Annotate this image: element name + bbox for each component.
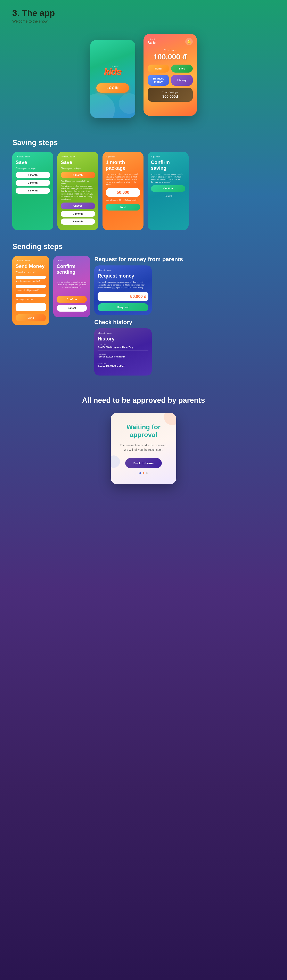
- save-title-2: Save: [61, 159, 95, 165]
- history-date-2: 03/10/2019: [97, 353, 148, 355]
- account-input[interactable]: [16, 285, 46, 288]
- save-amount-display: 50.000: [106, 188, 140, 197]
- send-money-button[interactable]: Send: [16, 314, 46, 321]
- saving-steps-section: Saving steps < back to home Save Choose …: [0, 130, 287, 238]
- sending-steps-heading: Sending steps: [12, 242, 275, 251]
- send-back-link[interactable]: < back to home: [16, 259, 46, 262]
- bell-icon[interactable]: 🔔: [185, 38, 193, 45]
- save-subtitle-2: Choose your package: [61, 167, 95, 170]
- request-section: Request for money from parents < back to…: [94, 256, 275, 315]
- approval-desc: The transaction need to be reviewed. We …: [119, 443, 168, 452]
- confirm-save-button[interactable]: Confirm: [151, 185, 185, 192]
- saving-steps-heading: Saving steps: [12, 138, 275, 147]
- history-button[interactable]: History: [171, 75, 193, 86]
- save-description-4: You are saving 50.000d for one month! In…: [151, 173, 185, 183]
- dot-1: [139, 472, 141, 474]
- sending-steps-section: Sending steps < back to home Send Money …: [0, 238, 287, 384]
- message-label: Message to sender:: [16, 298, 46, 301]
- save-card-1: < back to home Save Choose your package …: [12, 152, 53, 230]
- receive-text: You will receive 50.000đ after a month.: [106, 199, 140, 202]
- request-section-title: Request for money from parents: [94, 256, 275, 263]
- savings-amount: 300.000đ: [150, 94, 190, 99]
- logo-kids-label: kids: [104, 67, 121, 77]
- hero-area: bank kids LOGIN bank kids 🔔 You have 100…: [0, 28, 287, 130]
- account-label: And their account number?: [16, 280, 46, 282]
- package-option-6m[interactable]: 6 month: [16, 188, 50, 194]
- login-button[interactable]: LOGIN: [96, 83, 129, 93]
- balance-amount: 100.000 đ: [148, 52, 193, 61]
- history-entry-2: 03/10/2019 Receive 50.000đ from Mama: [97, 353, 148, 360]
- page-title: 3. The app: [12, 8, 275, 18]
- back-link-1[interactable]: < back to home: [16, 156, 50, 158]
- request-button[interactable]: Request: [97, 303, 148, 311]
- save-title-4: Confirm saving: [151, 159, 185, 171]
- next-button[interactable]: Next: [106, 204, 140, 210]
- approval-title: All need to be approved by parents: [12, 396, 275, 405]
- confirm-send-button[interactable]: Confirm: [57, 296, 87, 303]
- history-card: < back to home History 01/10/2019 Send 5…: [94, 328, 152, 375]
- request-money-button[interactable]: Request money: [148, 75, 169, 86]
- request-card: < back to home Request money How much yo…: [94, 266, 152, 315]
- history-text-1: Send 50.000đ to Nguyen Thanh Tung: [97, 346, 148, 348]
- confirm-send-desc: You are sending 50.000đ to Nguyen Thanh …: [57, 281, 87, 289]
- who-input[interactable]: [16, 276, 46, 279]
- message-input[interactable]: [16, 303, 46, 311]
- dots-decoration: [119, 472, 168, 474]
- request-amount: 50.000 đ: [97, 292, 148, 301]
- back-home-button[interactable]: Back to home: [125, 458, 162, 468]
- right-column: Request for money from parents < back to…: [94, 256, 275, 375]
- amount-label: How much will you send?: [16, 289, 46, 291]
- page-header: 3. The app Welcome to the show: [0, 0, 287, 28]
- save-description-3: How many you should save for a month?You…: [106, 173, 140, 186]
- request-title: Request money: [97, 273, 148, 279]
- dot-3: [146, 472, 148, 474]
- history-text-2: Receive 50.000đ from Mama: [97, 356, 148, 358]
- confirm-send-card: < back Confirm sending You are sending 5…: [53, 256, 90, 317]
- cancel-save-link[interactable]: Cancel: [151, 194, 185, 199]
- main-logo: bank kids: [148, 38, 156, 45]
- approval-section: All need to be approved by parents Waiti…: [0, 384, 287, 493]
- login-screen-card: bank kids LOGIN: [90, 40, 135, 118]
- confirm-send-back[interactable]: < back: [57, 259, 87, 262]
- login-logo: bank kids: [104, 65, 121, 77]
- package-option-3m-2[interactable]: 3 month: [61, 211, 95, 217]
- send-button[interactable]: Send: [148, 65, 169, 73]
- history-entries: 01/10/2019 Send 50.000đ to Nguyen Thanh …: [97, 344, 148, 369]
- main-logo-bank: bank: [150, 38, 156, 40]
- package-option-1m-selected[interactable]: 1 month: [61, 172, 95, 178]
- who-label: Who will you send to?: [16, 271, 46, 274]
- save-button[interactable]: Save: [171, 65, 193, 73]
- history-date-1: 01/10/2019: [97, 344, 148, 345]
- request-back-link[interactable]: < back to home: [97, 269, 148, 271]
- saving-steps-row: < back to home Save Choose your package …: [12, 152, 275, 230]
- history-date-3: 05/10/2019: [97, 363, 148, 364]
- save-description-2: Rate 6% per year (means 0.5% per month)T…: [61, 180, 95, 200]
- page-subtitle: Welcome to the show: [12, 19, 275, 24]
- history-title: History: [97, 336, 148, 342]
- history-back-link[interactable]: < back to home: [97, 332, 148, 334]
- package-option-1m[interactable]: 1 month: [16, 172, 50, 178]
- action-buttons-grid: Send Save Request money History: [148, 65, 193, 86]
- choose-button[interactable]: Choose: [61, 202, 95, 209]
- sending-steps-row: < back to home Send Money Who will you s…: [12, 256, 275, 375]
- savings-title: Your Savings: [150, 91, 190, 94]
- save-subtitle-1: Choose your package: [16, 167, 50, 170]
- approval-card: Waiting for approval The transaction nee…: [111, 413, 176, 484]
- back-link-2[interactable]: < back to home: [61, 156, 95, 158]
- history-entry-3: 05/10/2019 Receive 100.000đ from Papa: [97, 363, 148, 369]
- save-card-4: < go back Confirm saving You are saving …: [148, 152, 188, 230]
- main-screen-header: bank kids 🔔: [148, 38, 193, 45]
- request-desc: How much you request from your parents? …: [97, 281, 148, 289]
- amount-input[interactable]: [16, 294, 46, 297]
- package-option-3m[interactable]: 3 month: [16, 180, 50, 186]
- main-screen-card: bank kids 🔔 You have 100.000 đ Send Save…: [144, 34, 197, 116]
- save-card-2: < back to home Save Choose your package …: [57, 152, 99, 230]
- send-money-card: < back to home Send Money Who will you s…: [12, 256, 49, 325]
- cancel-send-button[interactable]: Cancel: [57, 305, 87, 312]
- package-option-6m-2[interactable]: 6 month: [61, 218, 95, 225]
- savings-box: Your Savings 300.000đ: [148, 88, 193, 102]
- history-section-title: Check history: [94, 319, 275, 326]
- waiting-text: Waiting for approval: [119, 423, 168, 439]
- back-link-4[interactable]: < go back: [151, 156, 185, 158]
- back-link-3[interactable]: < go back: [106, 156, 140, 158]
